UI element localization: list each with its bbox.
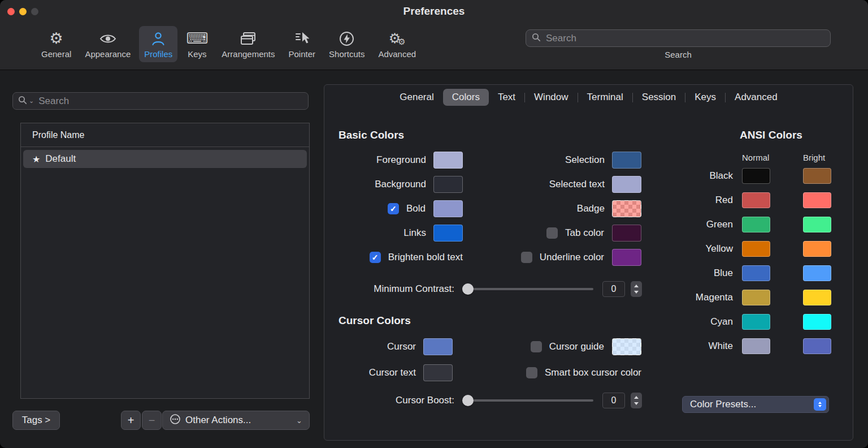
- ansi-column-headers: Normal Bright: [671, 153, 831, 162]
- tags-button[interactable]: Tags >: [12, 411, 60, 430]
- cursor-guide-swatch[interactable]: [612, 338, 641, 355]
- toolbar-item-label: Keys: [188, 49, 206, 59]
- toolbar-item-appearance[interactable]: Appearance: [80, 26, 136, 62]
- stepper-up-icon[interactable]: [634, 396, 639, 399]
- remove-profile-button[interactable]: −: [142, 411, 162, 430]
- toolbar-item-keys[interactable]: ⌨ Keys: [181, 26, 213, 62]
- minimum-contrast-slider[interactable]: [462, 283, 593, 295]
- ansi-black-bright-swatch[interactable]: [803, 168, 831, 184]
- links-label: Links: [403, 227, 426, 239]
- selection-swatch[interactable]: [612, 152, 641, 169]
- ansi-row-blue: Blue: [671, 265, 831, 281]
- tab-window[interactable]: Window: [525, 89, 577, 106]
- tab-color-swatch[interactable]: [612, 225, 641, 242]
- ansi-yellow-normal-swatch[interactable]: [742, 241, 770, 257]
- tab-keys[interactable]: Keys: [685, 89, 725, 106]
- ansi-red-bright-swatch[interactable]: [803, 192, 831, 208]
- profile-search-input[interactable]: [37, 95, 303, 107]
- minimum-contrast-value[interactable]: [602, 281, 625, 297]
- stepper-down-icon[interactable]: [634, 291, 639, 294]
- toolbar-item-arrangements[interactable]: Arrangements: [216, 26, 280, 62]
- preferences-toolbar: ⚙ General Appearance Profiles ⌨ Keys Arr…: [0, 23, 868, 70]
- tab-color-checkbox[interactable]: ✓: [546, 227, 558, 239]
- brighten-bold-checkbox[interactable]: ✓: [370, 252, 381, 263]
- tab-text[interactable]: Text: [489, 89, 524, 106]
- toolbar-item-shortcuts[interactable]: Shortcuts: [324, 26, 370, 62]
- stepper-down-icon[interactable]: [634, 402, 639, 405]
- cursor-colors-title: Cursor Colors: [338, 315, 642, 327]
- toolbar-search-field[interactable]: [526, 29, 831, 47]
- ansi-white-bright-swatch[interactable]: [803, 338, 831, 354]
- cursor-swatch[interactable]: [423, 338, 453, 355]
- tab-general[interactable]: General: [390, 89, 442, 106]
- other-actions-dropdown[interactable]: Other Actions... ⌄: [162, 411, 310, 430]
- color-presets-dropdown[interactable]: Color Presets...: [682, 396, 829, 413]
- profile-search-field[interactable]: ⌄: [12, 92, 309, 110]
- underline-color-swatch[interactable]: [612, 249, 641, 266]
- minimum-contrast-stepper[interactable]: [631, 281, 642, 297]
- badge-row: Badge: [463, 200, 641, 217]
- tab-colors[interactable]: Colors: [443, 89, 489, 106]
- toolbar-item-general[interactable]: ⚙ General: [36, 26, 76, 62]
- slider-knob[interactable]: [462, 283, 474, 295]
- popup-chevrons-icon: [814, 398, 826, 411]
- toolbar-item-label: Arrangements: [222, 49, 275, 59]
- tab-terminal[interactable]: Terminal: [578, 89, 632, 106]
- cursor-boost-slider[interactable]: [462, 395, 593, 406]
- minimum-contrast-label: Minimum Contrast:: [338, 283, 454, 295]
- search-scope-chevron-icon[interactable]: ⌄: [29, 97, 34, 105]
- check-icon: ✓: [372, 253, 379, 261]
- smart-box-checkbox[interactable]: ✓: [526, 367, 537, 378]
- ansi-cyan-normal-swatch[interactable]: [742, 314, 770, 330]
- ansi-yellow-bright-swatch[interactable]: [803, 241, 831, 257]
- cursor-boost-value[interactable]: [602, 393, 625, 408]
- ansi-green-normal-swatch[interactable]: [742, 217, 770, 232]
- cursor-text-row: Cursor text: [338, 364, 453, 381]
- other-actions-label: Other Actions...: [185, 415, 251, 426]
- selected-text-swatch[interactable]: [612, 176, 641, 193]
- cursor-colors-section: Cursor Colors Cursor ✓ Cursor guide Curs…: [338, 315, 642, 408]
- background-swatch[interactable]: [433, 176, 463, 193]
- underline-color-checkbox[interactable]: ✓: [521, 252, 532, 263]
- ansi-magenta-normal-swatch[interactable]: [742, 290, 770, 305]
- bold-checkbox[interactable]: ✓: [388, 203, 399, 214]
- cursor-text-label: Cursor text: [369, 367, 416, 378]
- ansi-blue-normal-swatch[interactable]: [742, 265, 770, 281]
- star-icon: ★: [32, 154, 40, 165]
- cursor-boost-stepper[interactable]: [631, 393, 642, 408]
- badge-swatch[interactable]: [612, 200, 641, 217]
- cursor-text-swatch[interactable]: [423, 364, 453, 381]
- ansi-green-bright-swatch[interactable]: [803, 217, 831, 232]
- tab-advanced[interactable]: Advanced: [726, 89, 787, 106]
- toolbar-item-pointer[interactable]: Pointer: [284, 26, 321, 62]
- stepper-up-icon[interactable]: [634, 285, 639, 287]
- zoom-button[interactable]: [31, 8, 38, 15]
- ansi-red-normal-swatch[interactable]: [742, 192, 770, 208]
- profile-list: Profile Name ★ Default: [20, 123, 310, 399]
- close-button[interactable]: [7, 8, 15, 15]
- toolbar-item-advanced[interactable]: ⚙⚙ Advanced: [373, 26, 421, 62]
- profile-row-default[interactable]: ★ Default: [23, 150, 307, 168]
- ansi-magenta-bright-swatch[interactable]: [803, 290, 831, 305]
- toolbar-search-input[interactable]: [545, 32, 824, 45]
- minimize-button[interactable]: [19, 8, 27, 15]
- ansi-white-normal-swatch[interactable]: [742, 338, 770, 354]
- links-swatch[interactable]: [433, 225, 463, 242]
- add-profile-button[interactable]: +: [121, 411, 141, 430]
- toolbar-item-label: Shortcuts: [329, 49, 364, 59]
- tab-session[interactable]: Session: [633, 89, 685, 106]
- ansi-row-white: White: [671, 338, 831, 354]
- tab-color-row: ✓ Tab color: [463, 225, 641, 242]
- toolbar-item-label: Pointer: [289, 49, 316, 59]
- slider-knob[interactable]: [462, 395, 474, 406]
- slider-track[interactable]: [462, 399, 593, 402]
- ansi-black-normal-swatch[interactable]: [742, 168, 770, 184]
- bold-swatch[interactable]: [433, 200, 463, 217]
- ansi-cyan-bright-swatch[interactable]: [803, 314, 831, 330]
- slider-track[interactable]: [462, 288, 593, 290]
- foreground-swatch[interactable]: [433, 152, 463, 169]
- cursor-guide-checkbox[interactable]: ✓: [531, 341, 542, 352]
- toolbar-item-profiles[interactable]: Profiles: [139, 26, 177, 62]
- ansi-blue-bright-swatch[interactable]: [803, 265, 831, 281]
- bold-label: Bold: [406, 203, 426, 214]
